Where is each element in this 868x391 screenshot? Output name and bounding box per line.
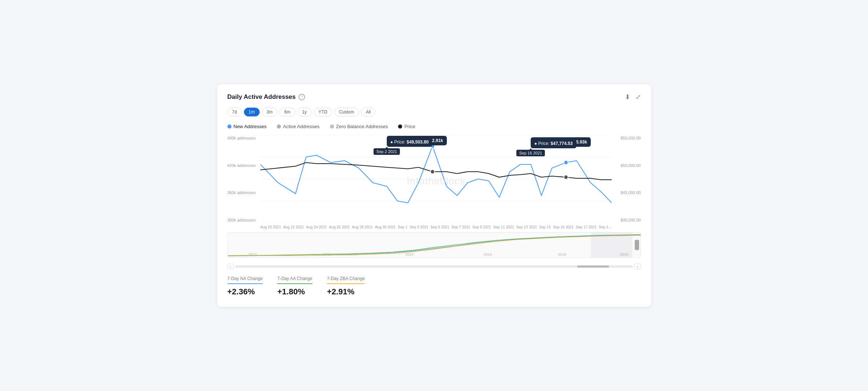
stat-item-7-day-aa-change: 7-Day AA Change +1.80%	[277, 276, 312, 297]
stat-label: 7-Day NA Change	[227, 276, 263, 281]
x-axis-label: Aug 30 2021	[375, 225, 396, 229]
scroll-left-button[interactable]: ‹	[227, 264, 234, 269]
scroll-handle[interactable]	[635, 240, 639, 250]
filter-btn-3m[interactable]: 3m	[262, 108, 278, 116]
watermark: intotheblock	[407, 175, 465, 187]
chart-inner: intotheblock ● New Addresses: 462.91k ● …	[260, 135, 612, 223]
legend: New Addresses Active Addresses Zero Bala…	[227, 124, 641, 129]
y-axis-right-label: $45,000.00	[612, 190, 641, 195]
tooltip1-date: Sep 2 2021	[374, 148, 400, 155]
mini-label-2014: 2014	[405, 253, 413, 256]
x-axis-label: Sep 13 2021	[516, 225, 537, 229]
new-addresses-line	[260, 146, 612, 203]
tooltip1-price: ● Price: $49,503.80	[387, 137, 433, 147]
mini-label-2012: 2012	[323, 253, 331, 256]
filter-btn-custom[interactable]: Custom	[334, 108, 359, 116]
legend-item-new-addresses[interactable]: New Addresses	[227, 124, 267, 129]
mini-label-2010: 2010	[248, 253, 257, 256]
tooltip1-price-dot	[430, 170, 435, 174]
stat-underline	[327, 283, 365, 284]
zero-balance-dot	[330, 124, 334, 129]
y-axis-left-label: 300k addresses	[227, 218, 260, 222]
x-axis-label: Aug 26 2021	[329, 225, 350, 229]
x-axis-label: Sep 5 2021	[431, 225, 449, 229]
x-axis-label: Sep 9 2021	[472, 225, 491, 229]
help-icon[interactable]: ?	[298, 94, 305, 100]
x-axis-label: Sep 15	[539, 225, 551, 229]
zero-balance-label: Zero Balance Addresses	[336, 124, 388, 129]
x-axis-label: Aug 20 2021	[260, 225, 281, 229]
y-axis-right: $55,000.00$50,000.00$45,000.00$40,000.00	[612, 135, 641, 223]
x-axis-label: Aug 22 2021	[283, 225, 304, 229]
chart-title: Daily Active Addresses	[227, 93, 296, 101]
x-axis-label: Aug 28 2021	[352, 225, 373, 229]
chart-card: Daily Active Addresses ? ⬇ ⤢ 7d1m3m6m1yY…	[217, 84, 651, 307]
y-axis-left-label: 480k addresses	[227, 136, 260, 140]
card-header: Daily Active Addresses ? ⬇ ⤢	[227, 93, 641, 101]
legend-item-active-addresses[interactable]: Active Addresses	[277, 124, 320, 129]
filter-btn-7d[interactable]: 7d	[227, 108, 242, 116]
scroll-right-button[interactable]: ›	[634, 264, 641, 269]
x-axis-label: Sep 3 2021	[409, 225, 428, 229]
active-addresses-label: Active Addresses	[283, 124, 320, 129]
y-axis-left-label: 360k addresses	[227, 190, 260, 195]
scroll-bar-row: ‹ ›	[227, 264, 641, 269]
price-dot	[398, 124, 402, 129]
price-label: Price	[404, 124, 415, 129]
y-axis-left: 480k addresses420k addresses360k address…	[227, 135, 260, 223]
legend-item-price[interactable]: Price	[398, 124, 415, 129]
mini-label-2018: 2018	[558, 253, 566, 256]
x-axis-label: Sep 7 2021	[452, 225, 470, 229]
new-addresses-dot	[227, 124, 231, 129]
filter-btn-1y[interactable]: 1y	[297, 108, 312, 116]
x-axis-label: Aug 24 2021	[306, 225, 327, 229]
stat-underline	[277, 283, 312, 284]
scroll-thumb[interactable]	[577, 265, 609, 268]
expand-button[interactable]: ⤢	[635, 93, 641, 101]
mini-label-2016: 2016	[483, 253, 492, 256]
legend-item-zero-balance[interactable]: Zero Balance Addresses	[330, 124, 388, 129]
new-addresses-label: New Addresses	[234, 124, 267, 129]
mini-chart-svg: 2010 2012 2014 2016 2018 2020	[228, 232, 641, 257]
title-row: Daily Active Addresses ?	[227, 93, 305, 101]
mini-chart[interactable]: 2010 2012 2014 2016 2018 2020	[227, 232, 641, 258]
filter-btn-all[interactable]: All	[361, 108, 375, 116]
stat-value: +2.36%	[227, 287, 263, 297]
x-axis: Aug 20 2021Aug 22 2021Aug 24 2021Aug 26 …	[260, 225, 641, 229]
y-axis-right-label: $40,000.00	[612, 218, 641, 222]
stat-value: +2.91%	[327, 287, 365, 297]
tooltip2-price: ● Price: $47,774.53	[531, 139, 576, 148]
x-axis-label: Sep 1...	[599, 225, 611, 229]
x-axis-label: Sep 11 2021	[493, 225, 514, 229]
y-axis-right-label: $55,000.00	[612, 136, 641, 140]
stat-item-7-day-na-change: 7-Day NA Change +2.36%	[227, 276, 263, 297]
stat-label: 7-Day AA Change	[277, 276, 312, 281]
active-addresses-dot	[277, 124, 281, 129]
stat-label: 7-Day ZBA Change	[327, 276, 365, 281]
time-filters: 7d1m3m6m1yYTDCustomAll	[227, 108, 641, 116]
filter-btn-6m[interactable]: 6m	[279, 108, 295, 116]
x-axis-label: Sep 1	[398, 225, 407, 229]
download-button[interactable]: ⬇	[625, 93, 630, 101]
x-axis-label: Sep 16 2021	[553, 225, 574, 229]
y-axis-left-label: 420k addresses	[227, 163, 260, 168]
mini-label-2020: 2020	[620, 253, 628, 256]
stat-underline	[227, 283, 263, 284]
x-axis-label: Sep 17 2021	[576, 225, 597, 229]
stat-item-7-day-zba-change: 7-Day ZBA Change +2.91%	[327, 276, 365, 297]
y-axis-right-label: $50,000.00	[612, 163, 641, 168]
tooltip2-new-dot	[564, 160, 568, 165]
main-chart-svg: intotheblock	[260, 135, 612, 223]
stat-value: +1.80%	[277, 287, 312, 297]
tooltip2-date: Sep 16 2021	[516, 150, 545, 156]
tooltip2-price-dot	[564, 175, 568, 179]
chart-area: 480k addresses420k addresses360k address…	[227, 135, 641, 223]
stats-row: 7-Day NA Change +2.36% 7-Day AA Change +…	[227, 276, 641, 297]
scroll-track	[235, 265, 633, 268]
filter-btn-ytd[interactable]: YTD	[314, 108, 332, 116]
header-actions: ⬇ ⤢	[625, 93, 641, 101]
filter-btn-1m[interactable]: 1m	[244, 108, 260, 116]
